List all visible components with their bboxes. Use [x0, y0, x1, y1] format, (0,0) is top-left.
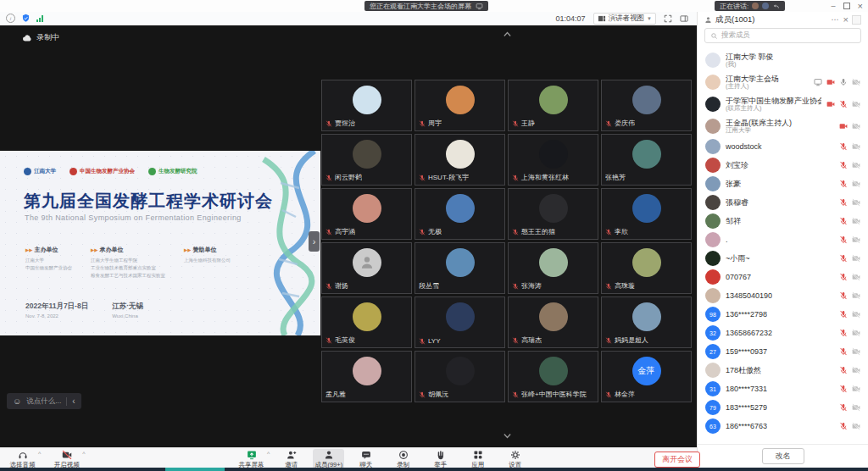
video-tile[interactable]: 娄庆伟: [601, 80, 692, 131]
member-row[interactable]: 070767: [698, 268, 868, 286]
video-tile[interactable]: 胡佩沅: [415, 351, 505, 402]
member-status-icons: [839, 347, 860, 356]
video-tile[interactable]: 高宇涵: [321, 188, 412, 240]
participant-name-label: 段丛雪: [419, 281, 439, 291]
restore-button[interactable]: [843, 3, 850, 9]
member-row[interactable]: 邹祥: [698, 212, 868, 230]
video-tile[interactable]: 憨王王的猫: [508, 188, 598, 240]
member-row[interactable]: ~小雨~: [698, 249, 868, 268]
chat-icon: [361, 450, 371, 460]
cam-off-icon: [852, 329, 860, 337]
status-icons: i: [6, 14, 43, 23]
chat-placeholder[interactable]: 说点什么...: [26, 396, 61, 407]
video-tile[interactable]: 毛英俊: [321, 296, 412, 348]
fullscreen-icon[interactable]: [664, 14, 672, 23]
minimize-button[interactable]: –: [832, 2, 836, 10]
mic-muted-icon: [512, 391, 519, 398]
video-tile[interactable]: 妈妈是超人: [601, 296, 692, 348]
collapse-chevron-icon[interactable]: ‹: [72, 396, 75, 406]
video-tile[interactable]: 无极: [415, 188, 505, 240]
participant-name-label: 张艳芳: [605, 173, 626, 182]
member-row[interactable]: 13485040190: [698, 286, 868, 305]
mic-muted-icon: [326, 229, 332, 236]
default-avatar-icon: [359, 255, 375, 270]
participant-name: 段丛雪: [419, 281, 439, 291]
close-panel-icon[interactable]: ×: [843, 14, 849, 25]
member-row[interactable]: 張穆睿: [698, 193, 868, 212]
video-tile[interactable]: 贾煜治: [321, 80, 412, 131]
rename-button[interactable]: 改名: [762, 448, 804, 464]
scroll-down-chevron-icon[interactable]: [502, 430, 513, 441]
side-panel-icon[interactable]: [680, 14, 688, 23]
info-icon[interactable]: i: [6, 14, 15, 23]
video-grid: 贾煜治周宇王静娄庆伟闲云野鹤HSUT-段飞宇上海和黄张红林张艳芳高宇涵无极憨王王…: [321, 80, 695, 405]
video-tile[interactable]: 张艳芳: [601, 134, 692, 186]
dock-panel-button[interactable]: [852, 15, 861, 25]
video-tile[interactable]: LYY: [415, 296, 505, 348]
member-avatar: [705, 53, 721, 68]
shield-icon[interactable]: [21, 14, 31, 23]
mic-muted-icon: [839, 291, 848, 300]
meeting-stage: 录制中 江南大学中国生物发酵产业协会生物发酵研究院 第九届全国发酵工程学术研讨会…: [0, 25, 697, 447]
participant-name: 王静: [521, 119, 535, 128]
member-row[interactable]: 江南大学主会场(主持人): [698, 71, 868, 93]
member-row[interactable]: 79183****5279: [698, 398, 868, 417]
video-tile[interactable]: 段丛雪: [415, 242, 505, 294]
cam-icon: [826, 100, 835, 108]
video-tile[interactable]: 高珠璇: [601, 242, 692, 294]
emoji-icon[interactable]: ☺: [13, 396, 21, 406]
member-text: 13485040190: [726, 291, 772, 300]
options-caret[interactable]: ^: [267, 451, 270, 457]
participant-name: HSUT-段飞宇: [428, 173, 469, 182]
video-tile[interactable]: 高瑞杰: [508, 296, 598, 348]
member-row[interactable]: 98136****2798: [698, 305, 868, 324]
member-row[interactable]: .: [698, 230, 868, 249]
speaker-view-button[interactable]: 演讲者视图 ▼: [593, 13, 656, 25]
video-tile[interactable]: 孟凡雅: [321, 351, 412, 402]
close-window-button[interactable]: ×: [858, 1, 863, 11]
member-search-input[interactable]: 搜索成员: [704, 28, 861, 43]
participant-name: 张艳芳: [605, 173, 626, 182]
member-row[interactable]: 3213658667232: [698, 324, 868, 342]
member-row[interactable]: 刘宝珍: [698, 156, 868, 175]
options-caret[interactable]: ^: [38, 451, 41, 457]
video-tile[interactable]: HSUT-段飞宇: [415, 134, 505, 186]
member-row[interactable]: 江南大学 郭俊(我): [698, 49, 868, 71]
speaker-view-label: 演讲者视图: [609, 14, 645, 24]
member-list: 江南大学 郭俊(我)江南大学主会场(主持人)于学军中国生物发酵产业协会(联席主持…: [698, 49, 868, 445]
video-tile[interactable]: 闲云野鹤: [321, 134, 412, 186]
member-status-icons: [839, 403, 860, 412]
chat-quick-bar[interactable]: ☺ 说点什么... ‹: [7, 393, 81, 409]
member-row[interactable]: 于学军中国生物发酵产业协会(联席主持人): [698, 93, 868, 115]
options-caret[interactable]: ^: [82, 451, 85, 457]
participant-name: 李欣: [615, 227, 628, 236]
slide-next-button[interactable]: ›: [309, 231, 320, 252]
member-row[interactable]: 张豪: [698, 175, 868, 193]
scroll-up-chevron-icon[interactable]: [502, 29, 513, 40]
cam-off-icon: [852, 78, 860, 86]
member-row[interactable]: woodstock: [698, 137, 868, 156]
video-tile[interactable]: 李欣: [601, 188, 692, 240]
mic-muted-icon: [605, 120, 612, 127]
collapse-arrow-icon[interactable]: [772, 3, 780, 10]
video-tile[interactable]: 王静: [508, 80, 598, 131]
video-tile[interactable]: 金萍林金萍: [601, 351, 692, 402]
video-tile[interactable]: 张海涛: [508, 242, 598, 294]
participant-name: 闲云野鹤: [335, 173, 362, 182]
member-row[interactable]: 31180****7331: [698, 380, 868, 398]
video-tile[interactable]: 张峰+中国中医科学院: [508, 351, 598, 402]
video-tile[interactable]: 上海和黄张红林: [508, 134, 598, 186]
participant-avatar: [539, 194, 568, 223]
video-tile[interactable]: 谢扬: [321, 242, 412, 294]
member-row[interactable]: 王金晶(联席主持人)江南大学: [698, 115, 868, 137]
more-options-icon[interactable]: ⋯: [832, 15, 840, 24]
mic-muted-icon: [605, 391, 612, 398]
member-row[interactable]: 178杜傲然: [698, 361, 868, 380]
mic-muted-icon: [839, 403, 848, 412]
network-signal-icon[interactable]: [36, 15, 43, 22]
leave-meeting-button[interactable]: 离开会议: [654, 452, 700, 468]
participant-name-label: 王静: [512, 119, 535, 128]
member-row[interactable]: 27159****0937: [698, 342, 868, 361]
video-tile[interactable]: 周宇: [415, 80, 505, 131]
member-row[interactable]: 63186****6763: [698, 417, 868, 435]
